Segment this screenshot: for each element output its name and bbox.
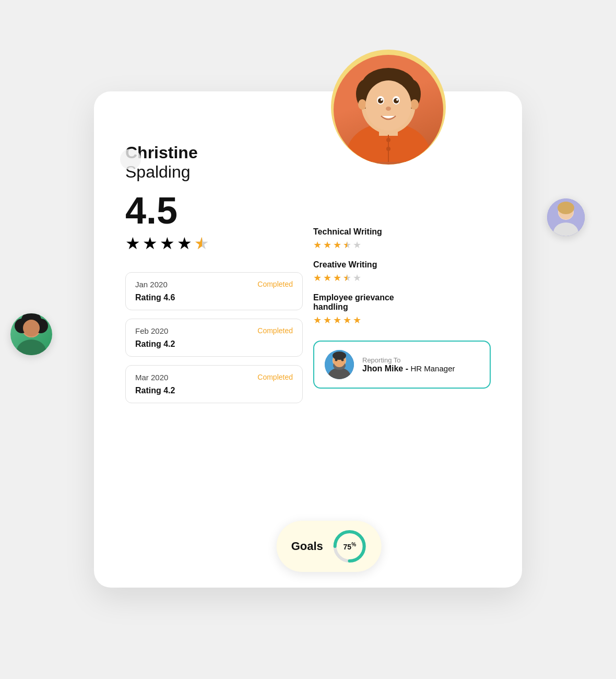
skill-name-technical: Technical Writing <box>313 227 491 237</box>
cs2: ★ <box>323 272 331 284</box>
float-avatar-left <box>10 313 52 355</box>
star-2: ★ <box>143 233 158 253</box>
overall-rating-number: 4.5 <box>125 192 303 229</box>
skill-creative-writing: Creative Writing ★ ★ ★ ★ ★ ★ <box>313 260 491 284</box>
gs3: ★ <box>333 314 341 326</box>
svg-point-30 <box>386 138 390 142</box>
reporter-avatar <box>325 350 354 379</box>
star-1: ★ <box>125 233 140 253</box>
reporting-label: Reporting To <box>362 356 455 364</box>
skill-stars-technical: ★ ★ ★ ★ ★ ★ <box>313 239 491 251</box>
left-section: Christine Spalding 4.5 ★ ★ ★ ★ ★ ★ <box>125 123 303 403</box>
review-cards: Jan 2020 Completed Rating 4.6 Feb 2020 C… <box>125 272 303 403</box>
page-wrapper: Christine Spalding 4.5 ★ ★ ★ ★ ★ ★ <box>0 0 616 679</box>
goals-label: Goals <box>291 540 323 553</box>
review-card-mar[interactable]: Mar 2020 Completed Rating 4.2 <box>125 365 303 403</box>
review-status-mar: Completed <box>257 373 293 381</box>
gs1: ★ <box>313 314 322 326</box>
svg-point-28 <box>386 107 391 111</box>
review-month-jan: Jan 2020 <box>135 280 168 289</box>
reporting-info: Reporting To Jhon Mike - HR Manager <box>362 356 455 373</box>
review-month-mar: Mar 2020 <box>135 373 168 382</box>
float-avatar-right <box>547 198 585 236</box>
skill-stars-creative: ★ ★ ★ ★ ★ ★ <box>313 272 491 284</box>
review-status-feb: Completed <box>257 326 293 335</box>
last-name: Spalding <box>125 162 303 182</box>
svg-point-11 <box>558 202 574 214</box>
cs5: ★ <box>353 272 361 284</box>
skill-name-grievance: Employee grievancehandling <box>313 293 491 312</box>
svg-point-24 <box>378 98 383 103</box>
profile-photo-bg <box>331 50 446 165</box>
svg-point-19 <box>358 99 366 110</box>
first-name: Christine <box>125 144 303 162</box>
cs1: ★ <box>313 272 322 284</box>
reporting-name: Jhon Mike - HR Manager <box>362 364 455 373</box>
goals-percent: 75% <box>343 542 356 551</box>
svg-point-27 <box>396 99 398 101</box>
review-card-jan[interactable]: Jan 2020 Completed Rating 4.6 <box>125 272 303 310</box>
star-4: ★ <box>177 233 192 253</box>
cs4-half: ★ ★ <box>343 272 351 284</box>
ts5: ★ <box>353 239 361 251</box>
profile-avatar <box>334 55 443 165</box>
star-half: ★ ★ <box>194 233 209 253</box>
reporting-card[interactable]: Reporting To Jhon Mike - HR Manager <box>313 341 491 389</box>
cs3: ★ <box>333 272 341 284</box>
review-rating-mar: Rating 4.2 <box>135 386 293 395</box>
profile-name: Christine Spalding <box>125 144 303 182</box>
gs4: ★ <box>343 314 351 326</box>
review-month-feb: Feb 2020 <box>135 326 168 335</box>
profile-card: Christine Spalding 4.5 ★ ★ ★ ★ ★ ★ <box>94 91 522 588</box>
ts4-half: ★ ★ <box>343 239 351 251</box>
overall-stars-row: ★ ★ ★ ★ ★ ★ <box>125 233 303 253</box>
ts1: ★ <box>313 239 322 251</box>
svg-point-6 <box>23 320 40 336</box>
gs2: ★ <box>323 314 331 326</box>
skill-grievance-handling: Employee grievancehandling ★ ★ ★ ★ ★ <box>313 293 491 326</box>
gs5: ★ <box>353 314 361 326</box>
ts2: ★ <box>323 239 331 251</box>
goals-pill: Goals 75% <box>277 521 382 572</box>
svg-point-25 <box>394 98 399 103</box>
review-rating-feb: Rating 4.2 <box>135 340 293 349</box>
skill-name-creative: Creative Writing <box>313 260 491 270</box>
review-rating-jan: Rating 4.6 <box>135 293 293 302</box>
deco-dot <box>120 149 141 170</box>
review-card-feb[interactable]: Feb 2020 Completed Rating 4.2 <box>125 319 303 357</box>
svg-point-1 <box>17 340 46 355</box>
skill-stars-grievance: ★ ★ ★ ★ ★ <box>313 314 491 326</box>
svg-point-26 <box>381 99 383 101</box>
skill-technical-writing: Technical Writing ★ ★ ★ ★ ★ ★ <box>313 227 491 251</box>
svg-point-40 <box>333 352 346 360</box>
svg-point-21 <box>365 80 411 131</box>
svg-point-20 <box>410 99 419 110</box>
goals-circle: 75% <box>333 529 367 564</box>
ts3: ★ <box>333 239 341 251</box>
profile-photo-container <box>331 50 446 185</box>
svg-point-31 <box>386 147 390 151</box>
star-3: ★ <box>160 233 175 253</box>
review-status-jan: Completed <box>257 280 293 288</box>
